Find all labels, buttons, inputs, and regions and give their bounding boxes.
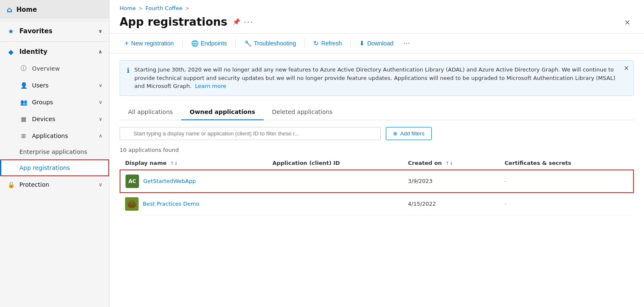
sidebar-item-overview[interactable]: ⓘ Overview (0, 60, 109, 77)
sidebar-item-protection[interactable]: 🔒 Protection ∨ (0, 176, 109, 193)
devices-icon: ▦ (19, 115, 28, 123)
table-header: Display name ↑↓ Application (client) ID … (120, 156, 633, 170)
learn-more-link[interactable]: Learn more (195, 83, 226, 89)
cell-certs-2: - (500, 193, 633, 215)
troubleshooting-label: Troubleshooting (254, 40, 296, 47)
filter-icon: ⊕ (393, 130, 398, 137)
banner-text: Starting June 30th, 2020 we will no long… (134, 66, 627, 90)
users-chevron-icon: ∨ (99, 82, 102, 88)
tab-all-applications[interactable]: All applications (120, 104, 181, 120)
app-registrations-label: App registrations (19, 164, 70, 171)
table-row: Best Practices Demo 4/15/2022 - (120, 193, 633, 215)
app-link-1[interactable]: GetStartedWebApp (143, 178, 196, 184)
groups-label: Groups (32, 99, 53, 106)
col-created-on[interactable]: Created on ↑↓ (403, 156, 500, 170)
app-link-2[interactable]: Best Practices Demo (143, 201, 199, 207)
pin-icon[interactable]: 📌 (232, 18, 240, 26)
plus-icon: + (125, 40, 128, 47)
home-icon: ⌂ (7, 5, 12, 14)
filter-row: 🔍 ⊕ Add filters (120, 127, 634, 140)
info-circle-icon: ⓘ (19, 64, 28, 73)
sidebar-item-groups[interactable]: 👥 Groups ∨ (0, 94, 109, 111)
protection-label: Protection (19, 181, 49, 188)
table-body: AC GetStartedWebApp 3/9/2023 - (120, 170, 633, 215)
sidebar-item-app-registrations[interactable]: App registrations (0, 159, 109, 176)
groups-icon: 👥 (19, 98, 28, 106)
protection-icon: 🔒 (7, 180, 15, 189)
tab-deleted-applications[interactable]: Deleted applications (264, 104, 341, 120)
groups-chevron-icon: ∨ (99, 99, 102, 105)
divider-1 (0, 21, 109, 21)
sidebar-item-applications[interactable]: ⊞ Applications ∧ (0, 127, 109, 144)
cell-display-name-2: Best Practices Demo (120, 193, 267, 215)
col-certs: Certificates & secrets (500, 156, 633, 170)
toolbar-more-icon[interactable]: ··· (400, 38, 413, 49)
applications-label: Applications (32, 132, 68, 139)
globe-icon: 🌐 (191, 40, 198, 47)
app-name-cell-1: AC GetStartedWebApp (126, 175, 262, 188)
toolbar-divider-2 (235, 39, 236, 48)
refresh-icon: ↻ (313, 40, 319, 47)
endpoints-label: Endpoints (201, 40, 227, 47)
star-icon: ★ (7, 27, 15, 35)
home-label: Home (16, 6, 37, 13)
users-label: Users (32, 82, 48, 89)
sidebar-item-favorites[interactable]: ★ Favorites ∨ (0, 23, 109, 40)
app-name-cell-2: Best Practices Demo (125, 197, 262, 211)
protection-chevron-icon: ∨ (99, 182, 102, 188)
new-registration-button[interactable]: + New registration (120, 37, 179, 50)
table-row: AC GetStartedWebApp 3/9/2023 - (120, 170, 633, 193)
col-client-id: Application (client) ID (267, 156, 403, 170)
breadcrumb-tenant[interactable]: Fourth Coffee (145, 5, 182, 11)
breadcrumb-home[interactable]: Home (120, 5, 136, 11)
search-input[interactable] (120, 127, 381, 140)
sidebar-item-devices[interactable]: ▦ Devices ∨ (0, 111, 109, 127)
wrench-icon: 🔧 (244, 40, 251, 47)
refresh-label: Refresh (321, 40, 342, 47)
download-button[interactable]: ⬇ Download (354, 37, 398, 50)
cell-client-id-2 (267, 193, 403, 215)
add-filters-button[interactable]: ⊕ Add filters (386, 127, 432, 140)
close-banner-button[interactable]: × (624, 64, 629, 72)
new-registration-label: New registration (131, 40, 174, 47)
search-wrapper: 🔍 (120, 127, 381, 140)
header-actions: 📌 ··· (232, 18, 254, 26)
endpoints-button[interactable]: 🌐 Endpoints (186, 37, 232, 49)
chevron-up-icon: ∧ (98, 49, 102, 55)
content-area: ℹ Starting June 30th, 2020 we will no lo… (110, 53, 644, 307)
overview-label: Overview (32, 65, 60, 72)
troubleshooting-button[interactable]: 🔧 Troubleshooting (239, 37, 301, 49)
table-wrapper: Display name ↑↓ Application (client) ID … (120, 156, 634, 215)
page-title: App registrations (120, 16, 227, 28)
applications-icon: ⊞ (19, 132, 28, 140)
main-content: Home > Fourth Coffee > App registrations… (110, 0, 644, 307)
divider-2 (0, 41, 109, 42)
tabs: All applications Owned applications Dele… (120, 104, 634, 120)
sidebar-item-users[interactable]: 👤 Users ∨ (0, 77, 109, 94)
breadcrumb-sep2: > (185, 5, 190, 11)
cell-created-on-2: 4/15/2022 (403, 193, 500, 215)
sidebar: ⌂ Home ★ Favorites ∨ ◆ Identity ∧ ⓘ Over… (0, 0, 110, 307)
svg-point-3 (130, 200, 134, 203)
enterprise-apps-label: Enterprise applications (19, 148, 87, 155)
col-display-name[interactable]: Display name ↑↓ (120, 156, 267, 170)
toolbar-divider-1 (182, 39, 183, 48)
info-banner: ℹ Starting June 30th, 2020 we will no lo… (120, 60, 634, 96)
app-icon-2 (125, 197, 139, 211)
toolbar: + New registration 🌐 Endpoints 🔧 Trouble… (110, 33, 644, 53)
tab-owned-applications[interactable]: Owned applications (181, 104, 263, 120)
more-options-icon[interactable]: ··· (244, 18, 254, 26)
sidebar-item-enterprise-apps[interactable]: Enterprise applications (0, 144, 109, 159)
app-icon-1: AC (126, 175, 139, 188)
refresh-button[interactable]: ↻ Refresh (308, 37, 347, 50)
results-count: 10 applications found (120, 147, 634, 153)
sort-created-on-icon: ↑↓ (446, 161, 453, 166)
devices-label: Devices (32, 116, 55, 122)
applications-chevron-icon: ∧ (99, 133, 102, 139)
cell-display-name-1: AC GetStartedWebApp (120, 170, 267, 193)
toolbar-divider-3 (305, 39, 305, 48)
close-button[interactable]: × (621, 16, 634, 28)
sidebar-item-home[interactable]: ⌂ Home (0, 0, 109, 19)
applications-table: Display name ↑↓ Application (client) ID … (120, 156, 634, 215)
sidebar-item-identity[interactable]: ◆ Identity ∧ (0, 43, 109, 60)
